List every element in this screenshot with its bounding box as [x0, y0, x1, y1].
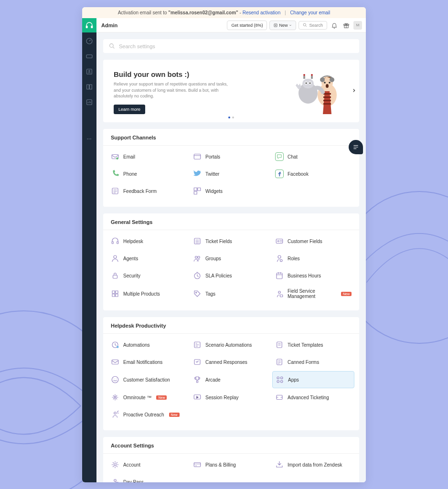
hero-title: Build your own bots :): [114, 70, 287, 78]
setting-advanced-ticketing[interactable]: Advanced Ticketing: [272, 389, 354, 405]
setting-label: Arcade: [205, 377, 221, 383]
svg-rect-27: [323, 93, 331, 95]
svg-point-34: [116, 158, 118, 160]
setting-scenario-automations[interactable]: Scenario Automations: [190, 337, 272, 353]
setting-day-pass[interactable]: Day Pass: [108, 474, 190, 482]
setting-label: Automations: [123, 342, 150, 348]
svg-rect-35: [194, 154, 201, 159]
setting-label: Multiple Products: [123, 291, 160, 297]
setting-twitter[interactable]: Twitter: [190, 166, 272, 182]
settings-section: Account SettingsAccountPlans & BillingIm…: [103, 437, 359, 482]
svg-rect-59: [280, 295, 283, 297]
setting-helpdesk[interactable]: Helpdesk: [108, 233, 190, 249]
svg-rect-41: [117, 242, 118, 244]
gear-icon: [111, 460, 119, 469]
hero-next-button[interactable]: [352, 87, 356, 95]
setting-proactive-outreach[interactable]: Proactive OutreachNew: [108, 406, 190, 423]
setting-label: Email: [123, 154, 135, 159]
chat-widget-button[interactable]: [349, 140, 363, 154]
new-button[interactable]: New: [269, 21, 296, 30]
setting-tags[interactable]: Tags: [190, 285, 272, 303]
resend-link[interactable]: Resend activation: [243, 10, 281, 15]
section-title: Support Channels: [103, 129, 359, 146]
setting-sla-policies[interactable]: SLA Policies: [190, 267, 272, 284]
setting-label: Account: [123, 462, 140, 468]
nav-dashboard[interactable]: [85, 37, 93, 45]
hero-cta-button[interactable]: Learn more: [114, 105, 145, 114]
change-email-link[interactable]: Change your email: [290, 10, 330, 15]
setting-canned-responses[interactable]: Canned Responses: [190, 354, 272, 370]
setting-label: Tags: [205, 291, 215, 297]
svg-point-21: [311, 74, 313, 76]
widget-icon: [193, 187, 202, 195]
setting-account[interactable]: Account: [108, 457, 190, 473]
omniroute-icon: [111, 393, 119, 402]
setting-label: Advanced Ticketing: [288, 395, 329, 400]
nav-solutions[interactable]: [85, 83, 93, 91]
setting-portals[interactable]: Portals: [190, 149, 272, 165]
settings-search-input[interactable]: [119, 43, 353, 49]
svg-rect-52: [277, 273, 282, 279]
svg-rect-77: [194, 463, 201, 467]
setting-automations[interactable]: Automations: [108, 337, 190, 353]
hero-banner: Build your own bots :) Relieve your supp…: [103, 60, 359, 122]
user-square-icon: [85, 68, 93, 75]
svg-point-31: [320, 77, 325, 82]
setting-canned-forms[interactable]: Canned Forms: [272, 354, 354, 370]
setting-ticket-templates[interactable]: Ticket Templates: [272, 337, 354, 353]
nav-reports[interactable]: [85, 98, 93, 106]
svg-rect-29: [323, 100, 331, 101]
chevron-down-icon: [289, 24, 292, 27]
svg-rect-30: [323, 103, 331, 105]
notifications-button[interactable]: [330, 21, 339, 30]
setting-business-hours[interactable]: Business Hours: [272, 267, 354, 284]
get-started-button[interactable]: Get started (8%): [227, 21, 267, 30]
setting-feedback-form[interactable]: Feedback Form: [108, 183, 190, 199]
nav-more[interactable]: ●●●: [87, 138, 92, 140]
setting-omniroute-[interactable]: Omniroute ™New: [108, 389, 190, 405]
global-search[interactable]: Search: [299, 21, 327, 30]
setting-label: Portals: [205, 154, 220, 159]
brand-logo[interactable]: [82, 18, 96, 32]
setting-phone[interactable]: Phone: [108, 166, 190, 182]
svg-point-47: [198, 256, 200, 259]
setting-session-replay[interactable]: Session Replay: [190, 389, 272, 405]
twitter-icon: [193, 170, 202, 178]
setting-label: Apps: [288, 377, 299, 383]
setting-groups[interactable]: Groups: [190, 250, 272, 266]
nav-tickets[interactable]: [85, 53, 93, 60]
setting-label: Roles: [288, 256, 300, 261]
setting-label: Plans & Billing: [205, 462, 236, 468]
setting-widgets[interactable]: Widgets: [190, 183, 272, 199]
nav-contacts[interactable]: [85, 68, 93, 75]
gift-button[interactable]: [341, 21, 351, 30]
svg-point-75: [114, 412, 117, 415]
setting-label: Proactive Outreach: [123, 412, 164, 417]
setting-customer-satisfaction[interactable]: Customer Satisfaction: [108, 371, 190, 388]
chevron-right-icon: [352, 87, 356, 94]
svg-point-68: [277, 377, 279, 379]
smile-icon: [111, 375, 119, 384]
setting-email-notifications[interactable]: Email Notifications: [108, 354, 190, 370]
activation-alert: Activation email sent to "melissa.rosen0…: [82, 7, 366, 18]
setting-roles[interactable]: Roles: [272, 250, 354, 266]
setting-multiple-products[interactable]: Multiple Products: [108, 285, 190, 303]
setting-security[interactable]: Security: [108, 267, 190, 284]
setting-plans-billing[interactable]: Plans & Billing: [190, 457, 272, 473]
setting-ticket-fields[interactable]: Ticket Fields: [190, 233, 272, 249]
setting-facebook[interactable]: Facebook: [272, 166, 354, 182]
setting-email[interactable]: Email: [108, 149, 190, 165]
setting-field-service-management[interactable]: Field Service ManagementNew: [272, 285, 354, 303]
setting-agents[interactable]: Agents: [108, 250, 190, 266]
avatar[interactable]: M: [353, 21, 362, 30]
setting-apps[interactable]: Apps: [272, 371, 354, 388]
svg-point-26: [326, 84, 329, 88]
setting-arcade[interactable]: Arcade: [190, 371, 272, 388]
calendar-icon: [275, 271, 284, 280]
setting-label: Groups: [205, 256, 221, 261]
setting-chat[interactable]: Chat: [272, 149, 354, 165]
setting-import-data-from-zendesk[interactable]: Import data from Zendesk: [272, 457, 354, 473]
settings-search[interactable]: [103, 39, 359, 53]
setting-customer-fields[interactable]: Customer Fields: [272, 233, 354, 249]
hero-pagination[interactable]: [228, 117, 234, 118]
